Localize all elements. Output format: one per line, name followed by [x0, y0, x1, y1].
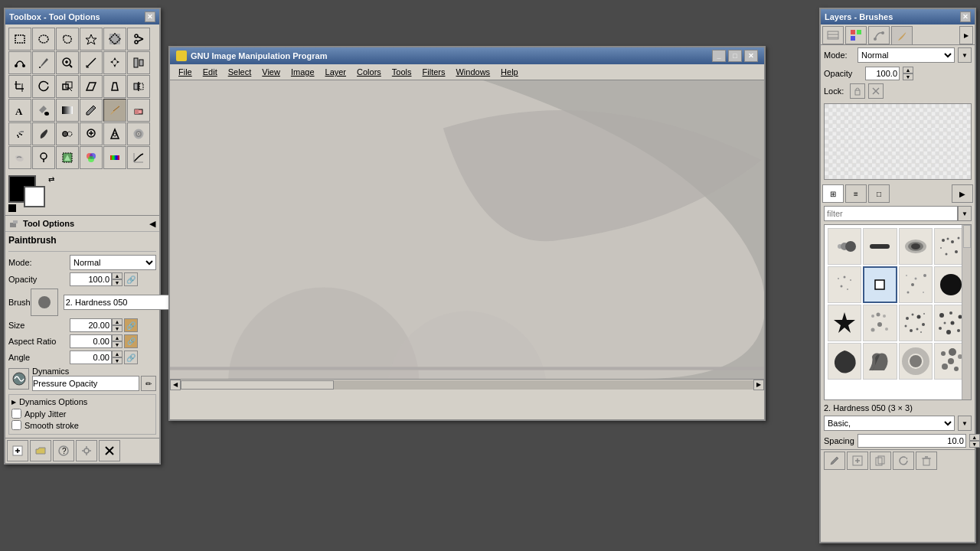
brush-cell-rough-circle[interactable] [828, 343, 861, 380]
menu-edit[interactable]: Edit [198, 66, 222, 78]
brush-cell-blur[interactable] [899, 228, 933, 265]
brush-preview[interactable] [31, 289, 58, 316]
menu-image[interactable]: Image [286, 66, 319, 78]
airbrush-tool[interactable] [8, 122, 31, 145]
menu-help[interactable]: Help [496, 66, 523, 78]
opacity-input[interactable] [865, 67, 900, 80]
paintbrush-tool[interactable] [103, 99, 126, 122]
brush-cell-scatter-medium[interactable] [899, 305, 933, 341]
maximize-button[interactable]: □ [728, 50, 742, 62]
menu-file[interactable]: File [174, 66, 197, 78]
crop-tool[interactable] [8, 75, 31, 98]
rotate-tool[interactable] [32, 75, 55, 98]
scale-tool[interactable] [56, 75, 79, 98]
align-tool[interactable] [127, 51, 150, 74]
clone-tool[interactable] [56, 122, 79, 145]
mode-select[interactable]: Normal Dissolve Multiply Screen [70, 255, 156, 270]
opacity-increment[interactable]: ▲ [112, 272, 122, 279]
rect-select-tool[interactable] [8, 28, 31, 51]
perspective-tool[interactable] [103, 75, 126, 98]
angle-increment[interactable]: ▲ [112, 350, 122, 357]
lock-pixels-button[interactable] [850, 83, 865, 99]
heal-tool[interactable] [80, 122, 103, 145]
spacing-input[interactable] [858, 434, 966, 448]
duplicate-brush-button[interactable] [870, 452, 891, 470]
brush-cell-star-dots[interactable] [899, 266, 933, 303]
menu-windows[interactable]: Windows [451, 66, 495, 78]
filter-arrow-btn[interactable]: ▼ [958, 206, 972, 221]
opacity-link-btn[interactable]: 🔗 [124, 272, 138, 286]
brush-cell-feather[interactable] [863, 305, 897, 341]
measure-tool[interactable] [80, 51, 103, 74]
opacity-up-btn[interactable]: ▲ [903, 67, 913, 73]
scissors-select-tool[interactable] [127, 28, 150, 51]
color-select-tool[interactable] [103, 28, 126, 51]
foreground-select-tool[interactable] [56, 146, 79, 169]
spacing-up-btn[interactable]: ▲ [969, 434, 980, 441]
brush-name-input[interactable] [64, 295, 174, 310]
layers-close-button[interactable]: ✕ [960, 11, 971, 22]
brush-large-view-tab[interactable]: □ [868, 184, 890, 203]
h-scroll-thumb[interactable] [181, 380, 334, 390]
category-arrow-btn[interactable]: ▼ [958, 416, 972, 431]
brush-cell-line[interactable] [863, 228, 897, 265]
brushes-scrollbar[interactable] [962, 225, 971, 399]
h-scroll-track[interactable] [181, 380, 753, 390]
free-select-tool[interactable] [56, 28, 79, 51]
paths-tab[interactable] [868, 26, 890, 44]
color-balance-tool[interactable] [80, 146, 103, 169]
aspect-ratio-link-btn[interactable]: 🔗 [124, 334, 138, 348]
horizontal-scrollbar[interactable]: ◀ ▶ [170, 379, 764, 390]
menu-view[interactable]: View [257, 66, 285, 78]
smudge-tool[interactable] [8, 146, 31, 169]
angle-link-btn[interactable]: 🔗 [124, 350, 138, 364]
tabs-menu-arrow[interactable]: ▶ [959, 26, 973, 44]
filter-input[interactable] [824, 206, 958, 221]
aspect-ratio-increment[interactable]: ▲ [112, 334, 122, 341]
fuzzy-select-tool[interactable] [80, 28, 103, 51]
dynamics-edit-button[interactable]: ✏ [141, 376, 156, 391]
background-color[interactable] [24, 186, 45, 207]
minimize-button[interactable]: _ [712, 50, 726, 62]
bucket-fill-tool[interactable] [32, 99, 55, 122]
close-button[interactable]: ✕ [744, 50, 758, 62]
spacing-down-btn[interactable]: ▼ [969, 441, 980, 448]
mode-arrow-btn[interactable]: ▼ [958, 47, 972, 63]
open-image-button[interactable] [30, 440, 51, 461]
size-decrement[interactable]: ▼ [112, 325, 122, 332]
opacity-decrement[interactable]: ▼ [112, 279, 122, 286]
text-tool[interactable]: A [8, 99, 31, 122]
reset-colors-icon[interactable] [8, 204, 16, 212]
channels-tab[interactable] [845, 26, 867, 44]
menu-filters[interactable]: Filters [418, 66, 450, 78]
swap-colors-icon[interactable]: ⇄ [48, 175, 54, 184]
tool-options-collapse[interactable]: ◀ [149, 219, 155, 229]
opacity-down-btn[interactable]: ▼ [903, 73, 913, 80]
brush-category-select[interactable]: Basic, All [824, 416, 955, 431]
zoom-tool[interactable] [56, 51, 79, 74]
size-link-btn[interactable]: 🔗 [124, 318, 138, 332]
paths-tool[interactable] [8, 51, 31, 74]
h-scroll-left[interactable]: ◀ [170, 380, 181, 390]
smooth-stroke-checkbox[interactable] [11, 420, 21, 430]
mode-select[interactable]: Normal Multiply [858, 47, 955, 63]
brush-cell-texture-2[interactable] [899, 343, 933, 380]
brush-cell-hardness-selected[interactable] [863, 266, 897, 303]
menu-colors[interactable]: Colors [352, 66, 386, 78]
dynamics-options-header[interactable]: ▶ Dynamics Options [11, 397, 153, 406]
preferences-button[interactable] [76, 440, 97, 461]
aspect-ratio-decrement[interactable]: ▼ [112, 341, 122, 348]
help-button[interactable]: ? [53, 440, 74, 461]
brush-cell-texture-1[interactable] [863, 343, 897, 380]
dynamics-input[interactable] [32, 376, 139, 391]
opacity-input[interactable] [70, 272, 112, 286]
angle-input[interactable] [70, 350, 112, 364]
blend-tool[interactable] [56, 99, 79, 122]
blur-tool[interactable] [127, 122, 150, 145]
brush-cell-small-dots[interactable] [828, 266, 861, 303]
brushes-tab[interactable] [891, 26, 913, 44]
brush-grid-view-tab[interactable]: ⊞ [822, 184, 844, 203]
curves-tool[interactable] [127, 146, 150, 169]
brush-cell-star[interactable] [828, 305, 861, 341]
lock-position-button[interactable] [868, 83, 884, 99]
